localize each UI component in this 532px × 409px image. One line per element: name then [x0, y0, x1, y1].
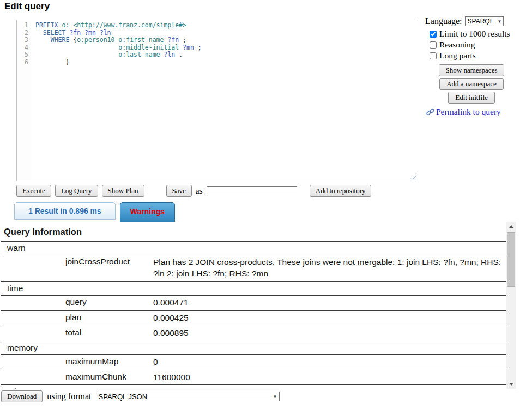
show-plan-button[interactable]: Show Plan	[102, 185, 144, 197]
language-select[interactable]: SPARQL ▼	[465, 16, 504, 26]
option-checkbox[interactable]	[430, 52, 437, 59]
line-number: 5	[17, 51, 28, 59]
option-row: Reasoning	[430, 39, 518, 50]
code-token: ?ln	[100, 29, 111, 37]
info-key: total	[65, 328, 153, 339]
code-line: o:middle-initial ?mn ;	[35, 44, 418, 52]
side-button[interactable]: Add a namespace	[439, 78, 504, 90]
side-button[interactable]: Show namespaces	[439, 64, 505, 76]
code-token: ?mn	[183, 44, 198, 51]
info-kv-row: joinCrossProductPlan has 2 JOIN cross-pr…	[1, 255, 506, 281]
code-line: o:last-name ?ln .	[35, 51, 418, 59]
code-token: o:last-name	[118, 51, 164, 58]
results-rows: warnjoinCrossProductPlan has 2 JOIN cros…	[1, 241, 506, 389]
code-token	[35, 44, 118, 51]
code-token: }	[65, 58, 69, 66]
arrow-down-icon	[509, 383, 513, 386]
editor-code[interactable]: PREFIX o: <http://www.franz.com/simple#>…	[31, 20, 418, 181]
info-key: query	[65, 297, 153, 309]
scroll-down-button[interactable]	[506, 380, 516, 389]
info-indent	[7, 297, 65, 309]
info-key: maximumChunk	[65, 372, 153, 383]
code-token: ?ln	[164, 51, 179, 58]
side-buttons: Show namespacesAdd a namespaceEdit initf…	[425, 64, 518, 104]
code-line: WHERE {o:person10 o:first-name ?fn ;	[35, 37, 418, 44]
page-title: Edit query	[4, 1, 50, 12]
code-token: ;	[198, 44, 202, 51]
results-scrollbar[interactable]	[506, 222, 516, 389]
language-row: Language: SPARQL ▼	[425, 16, 518, 26]
execute-button[interactable]: Execute	[16, 185, 51, 197]
tab[interactable]: Warnings	[120, 202, 175, 222]
info-indent	[7, 257, 65, 280]
info-indent	[7, 328, 65, 339]
chevron-down-icon: ▼	[273, 394, 277, 399]
info-kv-row: plan0.000425	[1, 310, 506, 326]
code-token	[35, 58, 65, 66]
info-indent	[7, 312, 65, 324]
code-token	[35, 36, 51, 44]
arrow-up-icon	[509, 225, 513, 228]
info-key: joinCrossProduct	[65, 257, 153, 280]
code-token: o:middle-initial	[118, 44, 183, 51]
results-panel: Query Information warnjoinCrossProductPl…	[1, 222, 516, 389]
line-number: 4	[17, 44, 28, 52]
link-icon	[426, 108, 434, 116]
option-label: Long parts	[439, 51, 476, 61]
results-heading: Query Information	[1, 222, 506, 241]
scrollbar-thumb[interactable]	[507, 232, 515, 287]
code-token: o:first-name	[118, 36, 167, 44]
permalink-link[interactable]: Permalink to query	[426, 107, 518, 117]
code-line: SELECT ?fn ?mn ?ln	[35, 29, 418, 37]
tab[interactable]: 1 Result in 0.896 ms	[14, 202, 116, 220]
editor-gutter: 123456	[17, 20, 31, 181]
code-token: ?fn	[167, 36, 183, 44]
download-button[interactable]: Download	[1, 390, 43, 402]
option-row: Limit to 1000 results	[430, 28, 518, 39]
info-kv-row: maximumMap0	[1, 354, 506, 370]
using-format-label: using format	[47, 392, 91, 401]
info-key: plan	[65, 312, 153, 324]
code-token: .	[179, 51, 183, 58]
tabs-bar: 1 Result in 0.896 msWarnings	[14, 202, 175, 222]
info-section-row: other	[1, 384, 506, 389]
code-token: SELECT	[43, 29, 69, 37]
query-editor[interactable]: 123456 PREFIX o: <http://www.franz.com/s…	[16, 20, 418, 181]
save-name-input[interactable]	[207, 186, 297, 196]
code-token: o:	[62, 21, 73, 29]
actions-row: Execute Log Query Show Plan Save as Add …	[16, 185, 371, 197]
info-kv-row: query0.000471	[1, 295, 506, 310]
log-query-button[interactable]: Log Query	[55, 185, 98, 197]
line-number: 1	[17, 22, 28, 29]
chevron-down-icon: ▼	[497, 19, 501, 24]
info-section-row: time	[1, 281, 506, 295]
code-token: <http://www.franz.com/simple#>	[73, 21, 186, 29]
save-as-label: as	[196, 186, 203, 196]
scroll-up-button[interactable]	[506, 222, 516, 231]
option-checkbox[interactable]	[430, 41, 437, 49]
format-select[interactable]: SPARQL JSON ▼	[96, 392, 280, 401]
language-label: Language:	[425, 16, 462, 26]
code-token: ;	[183, 36, 186, 44]
line-number: 6	[17, 59, 28, 67]
info-key: maximumMap	[65, 357, 153, 368]
results-content: Query Information warnjoinCrossProductPl…	[1, 222, 506, 389]
info-indent	[7, 372, 65, 383]
info-value: 0.000471	[153, 297, 506, 309]
option-label: Reasoning	[439, 40, 475, 50]
info-kv-row: total0.000895	[1, 326, 506, 341]
code-token	[35, 51, 118, 58]
add-to-repository-button[interactable]: Add to repository	[310, 185, 372, 197]
info-indent	[7, 357, 65, 368]
code-line: PREFIX o: <http://www.franz.com/simple#>	[35, 22, 418, 29]
option-checkbox[interactable]	[430, 31, 437, 38]
option-row: Long parts	[430, 50, 518, 61]
save-button[interactable]: Save	[166, 185, 192, 197]
line-number: 2	[17, 29, 28, 37]
info-kv-row: maximumChunk11600000	[1, 370, 506, 385]
info-value: 0	[153, 357, 506, 368]
code-token: WHERE	[51, 36, 74, 44]
side-button[interactable]: Edit initfile	[448, 92, 495, 104]
info-section-row: warn	[1, 241, 506, 255]
info-section-row: memory	[1, 341, 506, 354]
